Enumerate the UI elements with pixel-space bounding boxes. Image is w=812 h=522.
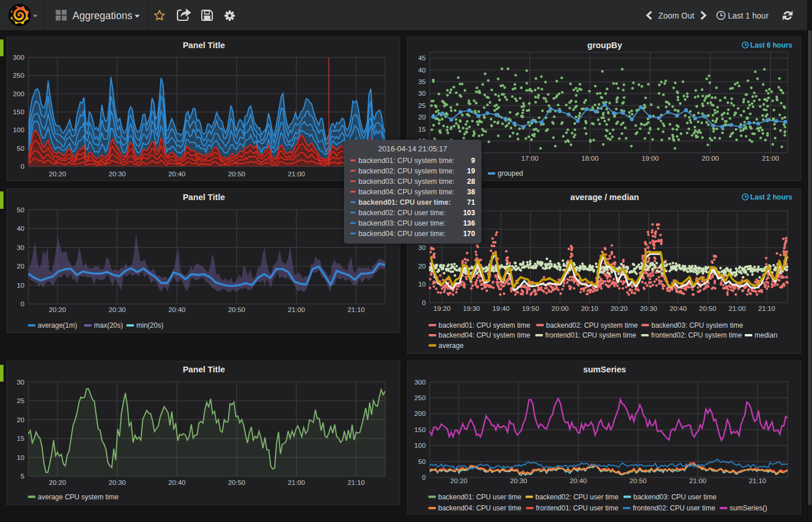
svg-text:25: 25 bbox=[17, 397, 25, 405]
svg-text:150: 150 bbox=[414, 426, 426, 434]
svg-text:19:50: 19:50 bbox=[522, 304, 539, 313]
svg-text:20:20: 20:20 bbox=[49, 306, 66, 314]
svg-text:19:30: 19:30 bbox=[463, 304, 480, 313]
svg-text:20:30: 20:30 bbox=[108, 306, 126, 314]
svg-text:backend03: CPU system time: backend03: CPU system time bbox=[651, 321, 743, 329]
svg-text:20:20: 20:20 bbox=[49, 170, 66, 178]
svg-text:40: 40 bbox=[17, 224, 25, 233]
svg-text:20:30: 20:30 bbox=[108, 170, 126, 178]
svg-text:20:20: 20:20 bbox=[49, 478, 66, 487]
svg-text:100: 100 bbox=[13, 126, 24, 134]
svg-text:20:50: 20:50 bbox=[629, 477, 647, 485]
svg-text:21:00: 21:00 bbox=[728, 304, 746, 313]
svg-text:21:10: 21:10 bbox=[347, 478, 365, 487]
svg-text:median: median bbox=[755, 331, 777, 339]
svg-text:20:30: 20:30 bbox=[640, 304, 658, 313]
svg-text:35: 35 bbox=[418, 78, 426, 86]
svg-text:20:00: 20:00 bbox=[552, 304, 569, 313]
svg-text:Zoom Out: Zoom Out bbox=[658, 11, 694, 20]
svg-text:5: 5 bbox=[20, 472, 24, 480]
svg-text:19:40: 19:40 bbox=[492, 304, 510, 313]
svg-text:0: 0 bbox=[422, 299, 426, 307]
svg-text:10: 10 bbox=[418, 280, 426, 288]
svg-text:20:40: 20:40 bbox=[669, 304, 687, 313]
svg-text:15: 15 bbox=[418, 125, 426, 133]
svg-text:Panel Title: Panel Title bbox=[183, 193, 225, 202]
svg-text:300: 300 bbox=[13, 53, 24, 61]
svg-text:20:00: 20:00 bbox=[702, 154, 719, 162]
svg-text:20:20: 20:20 bbox=[450, 477, 467, 485]
svg-text:sumSeries: sumSeries bbox=[583, 365, 626, 374]
svg-text:45: 45 bbox=[418, 54, 426, 62]
svg-text:Last 6 hours: Last 6 hours bbox=[751, 41, 793, 49]
svg-text:grouped: grouped bbox=[498, 169, 523, 177]
svg-text:21:00: 21:00 bbox=[288, 170, 305, 178]
svg-text:20:50: 20:50 bbox=[228, 478, 245, 487]
svg-text:20:10: 20:10 bbox=[581, 304, 599, 313]
svg-text:20:40: 20:40 bbox=[168, 170, 186, 178]
svg-text:frontend01: CPU user time: frontend01: CPU user time bbox=[536, 504, 618, 512]
svg-text:frontend01: CPU system time: frontend01: CPU system time bbox=[545, 331, 636, 339]
svg-text:250: 250 bbox=[414, 394, 426, 402]
svg-text:25: 25 bbox=[418, 102, 426, 110]
svg-text:30: 30 bbox=[418, 89, 426, 97]
svg-text:20:50: 20:50 bbox=[699, 304, 716, 313]
svg-text:sumSeries(): sumSeries() bbox=[730, 504, 767, 512]
svg-text:backend01: CPU system time: backend01: CPU system time bbox=[438, 321, 530, 329]
svg-text:20: 20 bbox=[418, 113, 426, 121]
svg-text:19:20: 19:20 bbox=[433, 304, 451, 313]
svg-text:average: average bbox=[438, 342, 464, 350]
svg-text:200: 200 bbox=[414, 409, 426, 418]
svg-text:300: 300 bbox=[414, 378, 426, 386]
svg-text:21:10: 21:10 bbox=[347, 306, 365, 314]
svg-text:backend04: CPU user time: backend04: CPU user time bbox=[438, 504, 522, 512]
svg-text:40: 40 bbox=[418, 66, 426, 74]
svg-text:20:20: 20:20 bbox=[611, 304, 628, 313]
svg-text:Last 1 hour: Last 1 hour bbox=[728, 11, 768, 20]
svg-text:21:00: 21:00 bbox=[762, 154, 780, 162]
svg-text:0: 0 bbox=[20, 162, 24, 171]
svg-text:30: 30 bbox=[418, 244, 426, 252]
svg-text:0: 0 bbox=[20, 300, 24, 308]
svg-text:average(1m): average(1m) bbox=[38, 321, 77, 329]
svg-text:20: 20 bbox=[17, 262, 25, 270]
svg-text:20:50: 20:50 bbox=[228, 306, 245, 314]
svg-text:20: 20 bbox=[418, 262, 426, 270]
svg-text:20:50: 20:50 bbox=[228, 170, 245, 178]
svg-text:10: 10 bbox=[17, 454, 25, 462]
svg-text:backend02: CPU user time: backend02: CPU user time bbox=[535, 493, 619, 501]
svg-text:21:00: 21:00 bbox=[689, 477, 706, 485]
svg-text:frontend02: CPU system time: frontend02: CPU system time bbox=[651, 331, 742, 339]
svg-text:21:10: 21:10 bbox=[758, 304, 775, 313]
svg-text:19:00: 19:00 bbox=[641, 154, 659, 162]
svg-text:21:00: 21:00 bbox=[288, 306, 305, 314]
svg-text:21:10: 21:10 bbox=[749, 477, 766, 485]
svg-text:30: 30 bbox=[17, 378, 25, 386]
svg-text:groupBy: groupBy bbox=[588, 41, 623, 50]
svg-text:200: 200 bbox=[13, 90, 24, 98]
svg-text:20:40: 20:40 bbox=[168, 478, 186, 487]
svg-text:15: 15 bbox=[17, 434, 25, 443]
svg-text:backend03: CPU user time: backend03: CPU user time bbox=[633, 493, 717, 501]
svg-text:20:40: 20:40 bbox=[168, 306, 186, 314]
svg-text:Panel Title: Panel Title bbox=[183, 41, 225, 50]
svg-text:17:00: 17:00 bbox=[521, 154, 539, 162]
svg-text:30: 30 bbox=[17, 244, 25, 252]
svg-text:250: 250 bbox=[13, 71, 24, 79]
svg-text:Panel Title: Panel Title bbox=[183, 365, 225, 374]
svg-text:backend04: CPU system time: backend04: CPU system time bbox=[438, 331, 530, 339]
svg-text:21:00: 21:00 bbox=[288, 478, 305, 487]
svg-text:150: 150 bbox=[13, 108, 24, 116]
svg-text:max(20s): max(20s) bbox=[94, 321, 123, 329]
svg-text:20:30: 20:30 bbox=[510, 477, 527, 485]
svg-text:Aggregations: Aggregations bbox=[72, 10, 132, 21]
svg-text:min(20s): min(20s) bbox=[136, 321, 164, 329]
svg-text:50: 50 bbox=[17, 144, 25, 153]
svg-text:Last 2 hours: Last 2 hours bbox=[751, 193, 793, 201]
svg-text:20:30: 20:30 bbox=[108, 478, 126, 487]
svg-text:frontend02: CPU user time: frontend02: CPU user time bbox=[633, 504, 715, 512]
svg-text:20: 20 bbox=[17, 416, 25, 424]
svg-text:average CPU system time: average CPU system time bbox=[38, 493, 119, 501]
svg-text:18:00: 18:00 bbox=[581, 154, 599, 162]
svg-text:10: 10 bbox=[17, 281, 25, 289]
